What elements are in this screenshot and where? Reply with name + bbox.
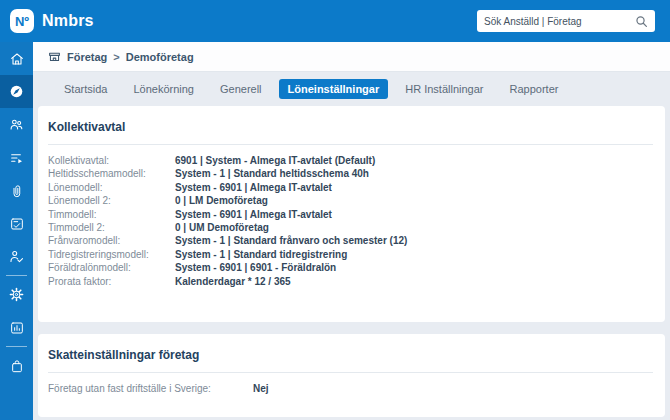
settings-list: Företag utan fast driftställe i Sverige:… bbox=[48, 382, 653, 395]
setting-value: System - 6901 | 6901 - Föräldralön bbox=[175, 261, 336, 274]
compass-icon bbox=[8, 83, 25, 100]
setting-value: System - 6901 | Almega IT-avtalet bbox=[175, 208, 332, 221]
setting-row: Företag utan fast driftställe i Sverige:… bbox=[48, 382, 653, 395]
sidebar-item-approvals[interactable] bbox=[0, 240, 33, 273]
setting-label: Heltidsschemamodell: bbox=[48, 167, 175, 180]
tab-loneinstallningar[interactable]: Löneinställningar bbox=[279, 79, 389, 99]
tab-hr-installningar[interactable]: HR Inställningar bbox=[392, 79, 496, 99]
setting-value: Nej bbox=[253, 382, 269, 395]
setting-label: Föräldralönmodell: bbox=[48, 261, 175, 274]
search-input[interactable] bbox=[484, 16, 635, 27]
setting-value: System - 1 | Standard heltidsschema 40h bbox=[175, 167, 369, 180]
setting-row: Timmodell 2: 0 | UM Demoföretag bbox=[48, 221, 653, 234]
setting-label: Lönemodell: bbox=[48, 181, 175, 194]
setting-row: Frånvaromodell: System - 1 | Standard fr… bbox=[48, 234, 653, 247]
setting-label: Timmodell 2: bbox=[48, 221, 175, 234]
global-search[interactable] bbox=[477, 10, 655, 32]
shopping-bag-icon bbox=[9, 358, 25, 374]
clipboard-check-icon bbox=[9, 216, 25, 232]
bar-chart-icon bbox=[9, 320, 25, 336]
users-icon bbox=[8, 116, 25, 133]
setting-value: Kalenderdagar * 12 / 365 bbox=[175, 275, 291, 288]
breadcrumb-item-foretag[interactable]: Företag bbox=[67, 51, 107, 63]
setting-value: System - 1 | Standard tidregistrering bbox=[175, 248, 347, 261]
kollektivavtal-section: Kollektivavtal Kollektivavtal: 6901 | Sy… bbox=[38, 106, 665, 322]
person-check-icon bbox=[8, 248, 25, 265]
sidebar-item-employees[interactable] bbox=[0, 108, 33, 141]
breadcrumb-item-demoforetag[interactable]: Demoföretag bbox=[126, 51, 194, 63]
breadcrumb-separator: > bbox=[113, 51, 119, 63]
setting-label: Kollektivavtal: bbox=[48, 154, 175, 167]
paperclip-icon bbox=[9, 183, 25, 199]
setting-label: Timmodell: bbox=[48, 208, 175, 221]
sidebar-item-payroll-tasks[interactable] bbox=[0, 141, 33, 174]
setting-value: 0 | UM Demoföretag bbox=[175, 221, 269, 234]
tab-rapporter[interactable]: Rapporter bbox=[497, 79, 572, 99]
breadcrumb-bar: Företag > Demoföretag bbox=[33, 42, 670, 72]
sidebar-item-reports[interactable] bbox=[0, 311, 33, 344]
search-icon[interactable] bbox=[635, 15, 648, 28]
setting-value: 6901 | System - Almega IT-avtalet (Defau… bbox=[175, 154, 375, 167]
sidebar-divider bbox=[6, 275, 27, 276]
setting-value: 0 | LM Demoföretag bbox=[175, 194, 268, 207]
task-list-icon bbox=[9, 150, 25, 166]
sidebar-item-settings[interactable] bbox=[0, 278, 33, 311]
setting-label: Företag utan fast driftställe i Sverige: bbox=[48, 382, 253, 395]
company-icon bbox=[48, 50, 61, 63]
breadcrumb: Företag > Demoföretag bbox=[48, 50, 194, 63]
skatteinstallningar-section: Skatteinställningar företag Företag utan… bbox=[38, 334, 665, 417]
tab-generell[interactable]: Generell bbox=[207, 79, 275, 99]
setting-row: Kollektivavtal: 6901 | System - Almega I… bbox=[48, 154, 653, 167]
setting-row: Prorata faktor: Kalenderdagar * 12 / 365 bbox=[48, 275, 653, 288]
top-bar: Nº Nmbrs bbox=[0, 0, 670, 42]
tab-bar: Startsida Lönekörning Generell Löneinstä… bbox=[33, 72, 670, 106]
setting-label: Prorata faktor: bbox=[48, 275, 175, 288]
setting-label: Lönemodell 2: bbox=[48, 194, 175, 207]
section-title: Kollektivavtal bbox=[48, 116, 653, 145]
section-title: Skatteinställningar företag bbox=[48, 344, 653, 373]
app-name: Nmbrs bbox=[42, 12, 94, 30]
main-area: Företag > Demoföretag Startsida Lönekörn… bbox=[33, 42, 670, 420]
setting-label: Frånvaromodell: bbox=[48, 234, 175, 247]
sidebar-nav bbox=[0, 42, 33, 420]
setting-row: Föräldralönmodell: System - 6901 | 6901 … bbox=[48, 261, 653, 274]
setting-value: System - 1 | Standard frånvaro och semes… bbox=[175, 234, 407, 247]
sidebar-item-home[interactable] bbox=[0, 42, 33, 75]
sidebar-item-explorer[interactable] bbox=[0, 75, 33, 108]
sidebar-item-store[interactable] bbox=[0, 349, 33, 382]
settings-list: Kollektivavtal: 6901 | System - Almega I… bbox=[48, 154, 653, 288]
setting-row: Lönemodell: System - 6901 | Almega IT-av… bbox=[48, 181, 653, 194]
sidebar-item-forms[interactable] bbox=[0, 207, 33, 240]
setting-row: Timmodell: System - 6901 | Almega IT-avt… bbox=[48, 208, 653, 221]
setting-row: Heltidsschemamodell: System - 1 | Standa… bbox=[48, 167, 653, 180]
sidebar-item-documents[interactable] bbox=[0, 174, 33, 207]
gear-icon bbox=[8, 286, 25, 303]
setting-row: Tidregistreringsmodell: System - 1 | Sta… bbox=[48, 248, 653, 261]
setting-value: System - 6901 | Almega IT-avtalet bbox=[175, 181, 332, 194]
home-icon bbox=[9, 51, 25, 67]
setting-row: Lönemodell 2: 0 | LM Demoföretag bbox=[48, 194, 653, 207]
setting-label: Tidregistreringsmodell: bbox=[48, 248, 175, 261]
nmbrs-logo-icon[interactable]: Nº bbox=[10, 9, 34, 33]
tab-startsida[interactable]: Startsida bbox=[51, 79, 120, 99]
sidebar-divider bbox=[6, 346, 27, 347]
logo-glyph: Nº bbox=[15, 14, 29, 29]
tab-lonekorning[interactable]: Lönekörning bbox=[120, 79, 207, 99]
